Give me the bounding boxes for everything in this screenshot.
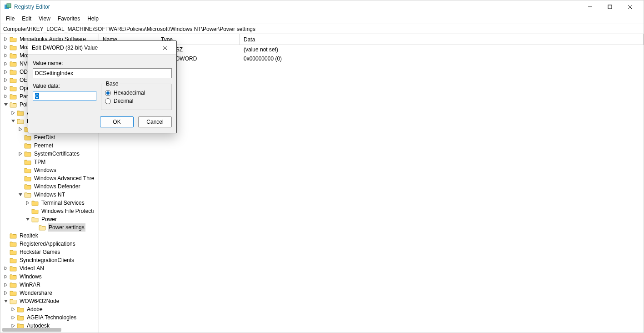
- collapse-icon[interactable]: [25, 217, 30, 222]
- expand-icon[interactable]: [3, 61, 9, 66]
- tree-node[interactable]: AGEIA Technologies: [0, 313, 99, 322]
- value-data-input[interactable]: 0: [33, 91, 96, 101]
- base-legend: Base: [104, 81, 120, 87]
- expand-icon[interactable]: [3, 69, 9, 75]
- tree-node[interactable]: SyncIntegrationClients: [0, 256, 99, 264]
- folder-icon: [39, 224, 46, 231]
- scrollbar-thumb[interactable]: [2, 328, 61, 332]
- radio-decimal-label: Decimal: [114, 98, 133, 104]
- tree-node-label: Windows: [19, 272, 43, 281]
- value-row[interactable]: ab(Default)REG_SZ(value not set): [99, 45, 644, 54]
- tree-node[interactable]: Adobe: [0, 305, 99, 313]
- expand-icon[interactable]: [3, 282, 9, 288]
- tree-spacer: [3, 249, 9, 255]
- radio-decimal-button[interactable]: [105, 98, 111, 104]
- tree-spacer: [18, 159, 23, 165]
- registry-editor-window: Registry Editor File Edit View Favorites…: [0, 0, 644, 333]
- folder-icon: [31, 216, 39, 222]
- tree-node-label: Rockstar Games: [19, 248, 61, 256]
- tree-node-label: Windows: [33, 166, 57, 174]
- expand-icon[interactable]: [3, 290, 9, 296]
- folder-icon: [24, 192, 31, 198]
- expand-icon[interactable]: [3, 36, 9, 42]
- address-bar[interactable]: Computer\HKEY_LOCAL_MACHINE\SOFTWARE\Pol…: [0, 24, 644, 34]
- tree-node-label: AGEIA Technologies: [26, 313, 77, 322]
- tree-node[interactable]: Windows Defender: [0, 182, 99, 191]
- collapse-icon[interactable]: [10, 118, 16, 124]
- expand-icon[interactable]: [10, 307, 16, 312]
- tree-spacer: [18, 184, 23, 189]
- collapse-icon[interactable]: [3, 102, 9, 107]
- radio-hexadecimal-button[interactable]: [105, 90, 111, 96]
- tree-node[interactable]: Wondershare: [0, 289, 99, 297]
- tree-node[interactable]: Realtek: [0, 232, 99, 240]
- value-data-label: Value data:: [33, 83, 96, 89]
- menu-edit[interactable]: Edit: [18, 15, 35, 23]
- collapse-icon[interactable]: [3, 298, 9, 304]
- value-data-text: 0: [35, 93, 39, 99]
- folder-icon: [10, 249, 17, 255]
- svg-rect-4: [608, 5, 612, 9]
- tree-node-label: SystemCertificates: [33, 150, 80, 158]
- radio-decimal[interactable]: Decimal: [105, 98, 168, 104]
- minimize-button[interactable]: [580, 0, 600, 13]
- base-groupbox: Base Hexadecimal Decimal: [101, 84, 172, 110]
- folder-icon: [17, 110, 24, 116]
- folder-icon: [31, 208, 39, 214]
- list-body: ab(Default)REG_SZ(value not set)110011DC…: [99, 45, 644, 333]
- expand-icon[interactable]: [3, 77, 9, 83]
- tree-node[interactable]: TPM: [0, 158, 99, 166]
- cancel-button[interactable]: Cancel: [138, 116, 172, 127]
- column-header-data[interactable]: Data: [240, 34, 644, 45]
- tree-node[interactable]: Rockstar Games: [0, 248, 99, 256]
- menu-help[interactable]: Help: [84, 15, 102, 23]
- tree-node[interactable]: Power: [0, 215, 99, 223]
- folder-icon: [10, 282, 17, 288]
- folder-icon: [10, 85, 17, 91]
- value-row[interactable]: 110011DCSettingIndexREG_DWORD0x00000000 …: [99, 54, 644, 63]
- tree-node-label: WinRAR: [19, 281, 41, 289]
- tree-spacer: [3, 241, 9, 247]
- close-button[interactable]: [620, 0, 640, 13]
- tree-node[interactable]: Terminal Services: [0, 199, 99, 207]
- expand-icon[interactable]: [3, 274, 9, 279]
- tree-node[interactable]: Windows Advanced Thre: [0, 174, 99, 182]
- tree-node[interactable]: RegisteredApplications: [0, 240, 99, 248]
- tree-node[interactable]: Windows NT: [0, 191, 99, 199]
- menu-file[interactable]: File: [2, 15, 18, 23]
- tree-node[interactable]: SystemCertificates: [0, 150, 99, 158]
- expand-icon[interactable]: [10, 110, 16, 116]
- radio-hexadecimal[interactable]: Hexadecimal: [105, 90, 168, 96]
- tree-node[interactable]: Peernet: [0, 141, 99, 150]
- expand-icon[interactable]: [3, 86, 9, 91]
- expand-icon[interactable]: [18, 151, 23, 156]
- dialog-close-button[interactable]: [157, 41, 173, 54]
- expand-icon[interactable]: [10, 315, 16, 320]
- tree-node[interactable]: VideoLAN: [0, 264, 99, 272]
- tree-node[interactable]: Windows: [0, 272, 99, 281]
- expand-icon[interactable]: [25, 200, 30, 206]
- expand-icon[interactable]: [3, 45, 9, 50]
- menu-favorites[interactable]: Favorites: [54, 15, 84, 23]
- dialog-titlebar[interactable]: Edit DWORD (32-bit) Value: [28, 41, 176, 55]
- tree-node-label: Adobe: [26, 305, 44, 313]
- value-name-input[interactable]: [33, 68, 172, 78]
- tree-node[interactable]: Windows: [0, 166, 99, 174]
- expand-icon[interactable]: [3, 266, 9, 271]
- maximize-button[interactable]: [600, 0, 620, 13]
- tree-node[interactable]: Power settings: [0, 223, 99, 232]
- tree-node-label: Terminal Services: [40, 199, 85, 207]
- radio-hexadecimal-label: Hexadecimal: [114, 90, 145, 96]
- tree-node[interactable]: PeerDist: [0, 133, 99, 141]
- expand-icon[interactable]: [3, 53, 9, 58]
- tree-node[interactable]: Windows File Protecti: [0, 207, 99, 215]
- tree-node[interactable]: WOW6432Node: [0, 297, 99, 305]
- folder-icon: [10, 36, 17, 42]
- expand-icon[interactable]: [18, 126, 23, 132]
- list-header: Name Type Data: [99, 34, 644, 45]
- collapse-icon[interactable]: [18, 192, 23, 197]
- tree-node[interactable]: WinRAR: [0, 281, 99, 289]
- expand-icon[interactable]: [3, 94, 9, 99]
- menu-view[interactable]: View: [35, 15, 54, 23]
- ok-button[interactable]: OK: [100, 116, 134, 127]
